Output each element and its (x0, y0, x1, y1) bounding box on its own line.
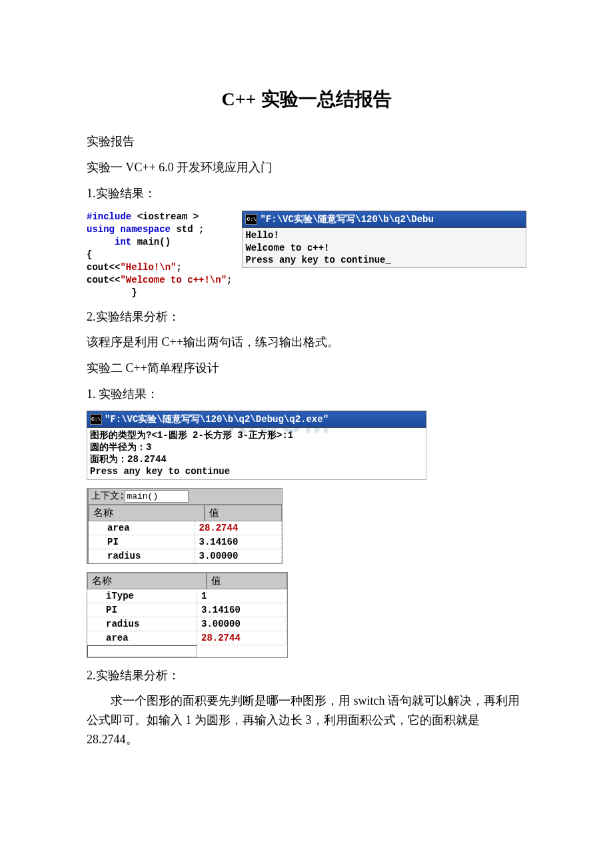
exp1-result-label: 1.实验结果： (87, 184, 526, 203)
table-row: area 28.2744 (87, 631, 287, 645)
debug-panel-2: 名称 值 iType 1 PI 3.14160 radius 3.00000 a… (87, 572, 288, 658)
exp1-heading: 实验一 VC++ 6.0 开发环境应用入门 (87, 158, 526, 177)
console-icon (90, 414, 102, 425)
exp2-result-label: 1. 实验结果： (87, 385, 526, 404)
col-name-header: 名称 (87, 573, 207, 589)
table-edit-row[interactable] (87, 645, 287, 657)
exp1-analysis-label: 2.实验结果分析： (87, 307, 526, 327)
context-label: 上下文: (91, 490, 125, 502)
console-1-title-bar: "F:\VC实验\随意写写\120\b\q2\Debu (242, 211, 526, 228)
debug-rows-2: iType 1 PI 3.14160 radius 3.00000 area 2… (87, 589, 287, 657)
console-1-title-text: "F:\VC实验\随意写写\120\b\q2\Debu (260, 213, 433, 225)
table-row: PI 3.14160 (87, 603, 287, 617)
debug-rows-1: area 28.2744 PI 3.14160 radius 3.00000 (89, 521, 282, 563)
exp1-analysis-text: 该程序是利用 C++输出两句话，练习输出格式。 (87, 333, 526, 352)
exp2-heading: 实验二 C++简单程序设计 (87, 359, 526, 378)
debug-header-2: 名称 值 (87, 573, 287, 589)
debug-context-row: 上下文: (89, 489, 282, 505)
console-icon (245, 214, 257, 225)
console-2-body: 图形的类型为?<1-圆形 2-长方形 3-正方形>:1 圆的半径为：3 面积为：… (87, 428, 426, 480)
title-en: C++ (221, 89, 256, 109)
console-1-body: Hello! Welcome to c++! Press any key to … (242, 228, 526, 268)
exp2-analysis-label: 2.实验结果分析： (87, 666, 526, 685)
page-title: C++ 实验一总结报告 (87, 87, 526, 112)
subheader: 实验报告 (87, 132, 526, 151)
table-row: radius 3.00000 (89, 549, 282, 563)
console-2-title-text: "F:\VC实验\随意写写\120\b\q2\Debug\q2.exe" (105, 413, 328, 425)
console-1: "F:\VC实验\随意写写\120\b\q2\Debu Hello! Welco… (242, 211, 526, 268)
console-2-title-bar: "F:\VC实验\随意写写\120\b\q2\Debug\q2.exe" (87, 411, 426, 428)
code-block-1: #include <iostream > using namespace std… (87, 211, 232, 299)
exp1-row: #include <iostream > using namespace std… (87, 211, 526, 299)
context-input[interactable] (125, 490, 189, 503)
document-page: C++ 实验一总结报告 实验报告 实验一 VC++ 6.0 开发环境应用入门 1… (0, 0, 613, 809)
title-cn: 实验一总结报告 (261, 89, 392, 109)
table-row: iType 1 (87, 589, 287, 603)
col-val-header: 值 (205, 505, 283, 521)
cursor-icon (386, 255, 391, 265)
table-row: area 28.2744 (89, 521, 282, 535)
col-name-header: 名称 (89, 505, 205, 521)
col-val-header: 值 (207, 573, 287, 589)
table-row: PI 3.14160 (89, 535, 282, 549)
exp2-analysis-text: 求一个图形的面积要先判断是哪一种图形，用 switch 语句就可以解决，再利用公… (87, 691, 526, 749)
table-row: radius 3.00000 (87, 617, 287, 631)
console-2: XX.COM.COM "F:\VC实验\随意写写\120\b\q2\Debug\… (87, 411, 426, 480)
debug-header-1: 名称 值 (89, 505, 282, 521)
debug-panel-1: 上下文: 名称 值 area 28.2744 PI 3.14160 radius… (87, 488, 283, 564)
